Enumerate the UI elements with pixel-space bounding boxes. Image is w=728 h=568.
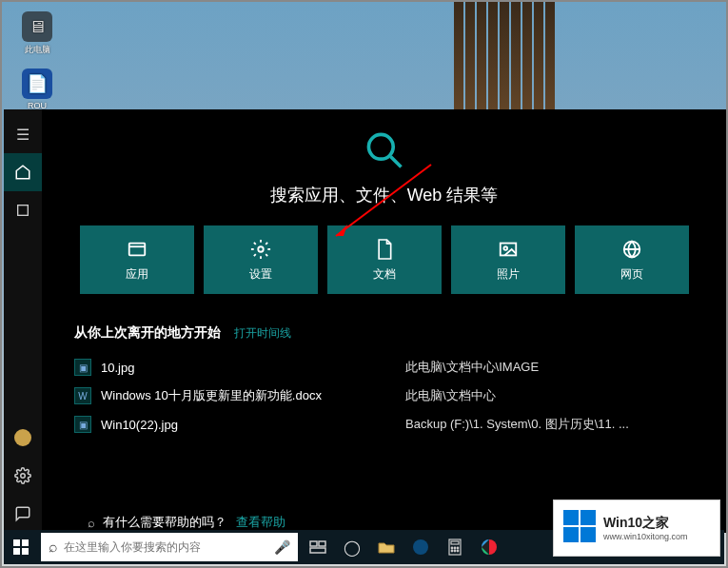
sidebar-home-button[interactable] (4, 153, 42, 191)
taskbar-search-input[interactable] (64, 540, 270, 554)
search-icon: ⌕ (49, 539, 58, 556)
sidebar-account-button[interactable] (4, 419, 42, 457)
sidebar-settings-button[interactable] (4, 457, 42, 495)
recent-item[interactable]: ▣ 10.jpg 此电脑\文档中心\IMAGE (74, 353, 694, 382)
category-documents[interactable]: 文档 (327, 225, 442, 294)
desktop-icon-file[interactable]: 📄 ROU (18, 69, 56, 110)
svg-rect-12 (13, 539, 20, 546)
taskbar-color-app-button[interactable] (472, 530, 506, 564)
taskbar-search-box[interactable]: ⌕ 🎤 (41, 533, 298, 561)
search-small-icon: ⌕ (88, 516, 95, 530)
svg-point-19 (413, 539, 428, 555)
category-label: 照片 (497, 266, 520, 283)
image-file-icon: ▣ (74, 416, 91, 433)
recent-item[interactable]: ▣ Win10(22).jpg Backup (F:)\1. System\0.… (74, 410, 694, 439)
svg-point-26 (454, 550, 456, 552)
search-panel: ☰ 搜索应用、文件、Web 结果等 (4, 109, 726, 533)
search-sidebar: ☰ (4, 109, 42, 533)
desktop-icon-computer[interactable]: 🖥 此电脑 (18, 11, 56, 56)
svg-point-27 (457, 550, 459, 552)
continue-title: 从你上次离开的地方开始 (74, 324, 221, 342)
svg-rect-15 (22, 548, 29, 555)
recent-item-path: 此电脑\文档中心\IMAGE (405, 359, 539, 376)
svg-rect-7 (500, 243, 516, 255)
category-label: 文档 (373, 266, 396, 283)
partial-question: 有什么需要帮助的吗？ (103, 514, 226, 531)
recent-item-path: Backup (F:)\1. System\0. 图片历史\11. ... (405, 416, 629, 433)
category-web[interactable]: 网页 (575, 225, 689, 294)
svg-rect-18 (310, 548, 325, 553)
category-row: 应用 设置 文档 照片 网页 (70, 225, 698, 294)
watermark-url: www.win10xitong.com (603, 532, 688, 541)
document-icon (375, 238, 394, 261)
svg-rect-30 (580, 510, 596, 525)
word-file-icon: W (74, 387, 91, 404)
search-headline: 搜索应用、文件、Web 结果等 (70, 184, 698, 206)
category-label: 网页 (620, 266, 643, 283)
start-button[interactable] (4, 530, 38, 564)
app-icon (127, 238, 148, 261)
category-apps[interactable]: 应用 (80, 225, 194, 294)
taskbar-explorer-button[interactable] (369, 530, 403, 564)
svg-rect-14 (13, 548, 20, 555)
desktop-icon-label: 此电脑 (18, 44, 56, 56)
svg-rect-4 (128, 243, 145, 255)
svg-rect-17 (319, 541, 325, 546)
task-view-button[interactable] (301, 530, 335, 564)
search-hero-icon (70, 128, 698, 172)
svg-rect-16 (310, 541, 317, 546)
continue-heading: 从你上次离开的地方开始 打开时间线 (74, 324, 698, 342)
svg-point-8 (503, 246, 507, 250)
svg-rect-32 (580, 527, 596, 542)
windows-logo-icon (563, 510, 596, 546)
recent-item[interactable]: W Windows 10十月版更新里的新功能.docx 此电脑\文档中心 (74, 382, 694, 410)
category-label: 应用 (126, 266, 148, 283)
sidebar-feedback-button[interactable] (4, 495, 42, 533)
svg-rect-29 (563, 510, 579, 525)
category-settings[interactable]: 设置 (204, 225, 318, 294)
mic-icon[interactable]: 🎤 (270, 539, 290, 555)
recent-list: ▣ 10.jpg 此电脑\文档中心\IMAGE W Windows 10十月版更… (74, 353, 694, 439)
svg-rect-21 (451, 541, 459, 544)
svg-rect-0 (18, 206, 29, 216)
taskbar-calculator-button[interactable] (438, 530, 472, 564)
user-avatar-icon (14, 429, 31, 446)
open-timeline-link[interactable]: 打开时间线 (234, 325, 291, 342)
taskbar-cortana-button[interactable]: ◯ (335, 530, 369, 564)
svg-point-22 (451, 547, 453, 549)
taskbar-edge-button[interactable] (403, 530, 438, 564)
photo-icon (498, 238, 519, 261)
svg-rect-31 (563, 527, 579, 542)
svg-point-6 (258, 246, 264, 252)
sidebar-recent-button[interactable] (4, 191, 42, 229)
file-icon: 📄 (22, 69, 52, 99)
svg-line-3 (390, 156, 401, 166)
svg-rect-13 (22, 539, 29, 546)
recent-item-name: Win10(22).jpg (101, 418, 405, 432)
watermark-title: Win10之家 (603, 515, 688, 532)
category-photos[interactable]: 照片 (451, 225, 565, 294)
recent-item-path: 此电脑\文档中心 (405, 387, 496, 404)
svg-point-23 (454, 547, 456, 549)
svg-point-2 (368, 134, 393, 159)
gear-icon (250, 238, 271, 261)
partial-link[interactable]: 查看帮助 (236, 514, 285, 531)
globe-icon (621, 238, 642, 261)
svg-point-25 (451, 550, 453, 552)
recent-item-name: 10.jpg (101, 361, 405, 375)
category-label: 设置 (249, 266, 272, 283)
search-main: 搜索应用、文件、Web 结果等 应用 设置 文档 照片 (42, 109, 726, 533)
watermark-badge: Win10之家 www.win10xitong.com (553, 499, 720, 557)
svg-point-24 (457, 547, 459, 549)
sidebar-menu-button[interactable]: ☰ (4, 115, 42, 153)
recent-item-name: Windows 10十月版更新里的新功能.docx (101, 387, 405, 404)
svg-point-1 (21, 474, 26, 479)
computer-icon: 🖥 (22, 11, 52, 42)
image-file-icon: ▣ (74, 359, 91, 376)
